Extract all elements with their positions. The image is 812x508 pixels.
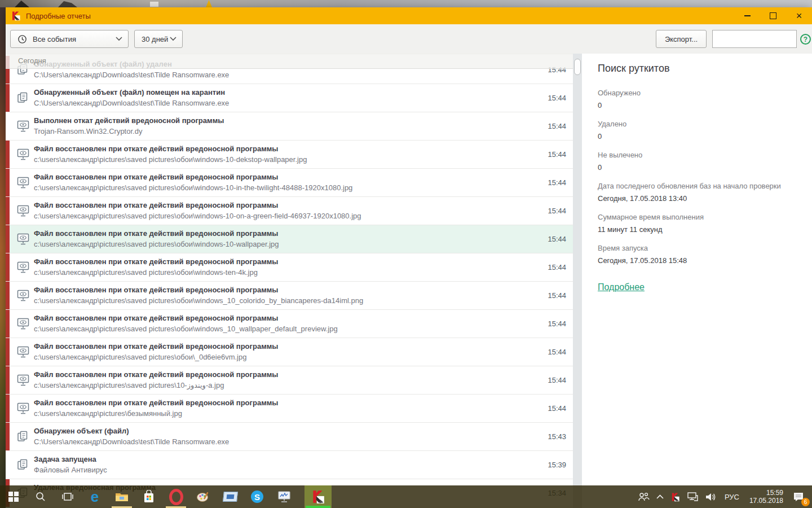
- taskbar-kaspersky-button[interactable]: [304, 485, 332, 508]
- export-button[interactable]: Экспорт...: [656, 30, 707, 48]
- report-row[interactable]: Файл восстановлен при откате действий вр…: [6, 366, 573, 395]
- wallpaper-yellow-marker: [206, 0, 212, 7]
- report-row[interactable]: Файл восстановлен при откате действий вр…: [6, 169, 573, 197]
- taskbar-skype-button[interactable]: S: [244, 485, 271, 508]
- report-row[interactable]: Файл восстановлен при откате действий вр…: [6, 395, 573, 423]
- taskbar-store-button[interactable]: [135, 485, 162, 508]
- title-bar: Подробные отчеты ×: [6, 7, 812, 24]
- report-row[interactable]: Файл восстановлен при откате действий вр…: [6, 253, 573, 282]
- event-title: Файл восстановлен при откате действий вр…: [34, 286, 278, 294]
- stat-not-disinfected: Не вылечено 0: [598, 150, 801, 173]
- report-file-icon: [16, 430, 29, 443]
- event-time: 15:44: [548, 122, 566, 130]
- event-time: 15:44: [548, 235, 566, 243]
- report-content: Обнаруженный объект (файл) удаленC:\User…: [6, 54, 812, 508]
- start-button[interactable]: [0, 485, 27, 508]
- event-time: 15:43: [548, 432, 566, 441]
- clock[interactable]: 15:59 17.05.2018: [744, 485, 788, 508]
- minimize-button[interactable]: [734, 7, 760, 24]
- photos-app-icon: [223, 492, 238, 502]
- opera-icon: [169, 489, 183, 505]
- tray-overflow-button[interactable]: [653, 485, 667, 508]
- wallpaper-mountain-peak: [58, 0, 77, 7]
- taskbar: e S: [0, 485, 812, 508]
- severity-bar: [6, 84, 10, 112]
- windows-logo-icon: [8, 492, 19, 502]
- stat-detected: Обнаружено 0: [598, 88, 801, 111]
- search-box[interactable]: [712, 30, 797, 48]
- report-row[interactable]: Файл восстановлен при откате действий вр…: [6, 338, 573, 366]
- report-row[interactable]: Обнаруженный объект (файл) помещен на ка…: [6, 84, 573, 112]
- event-title: Файл восстановлен при откате действий вр…: [34, 257, 278, 266]
- action-center-button[interactable]: 6: [788, 485, 812, 508]
- event-time: 15:44: [548, 291, 566, 300]
- taskbar-explorer-button[interactable]: [108, 485, 135, 508]
- taskbar-photos-app-button[interactable]: [217, 485, 244, 508]
- severity-bar: [6, 366, 10, 394]
- taskbar-edge-button[interactable]: e: [81, 485, 108, 508]
- scrollbar-thumb[interactable]: [574, 59, 581, 75]
- severity-bar: [6, 282, 10, 309]
- event-time: 15:44: [548, 319, 566, 328]
- event-time: 15:39: [548, 461, 566, 469]
- network-button[interactable]: [683, 485, 701, 508]
- report-row[interactable]: Файл восстановлен при откате действий вр…: [6, 225, 573, 253]
- details-link[interactable]: Подробнее: [598, 282, 645, 292]
- date-group-header: Сегодня: [6, 54, 573, 69]
- report-row[interactable]: Файл восстановлен при откате действий вр…: [6, 197, 573, 225]
- severity-bar: [6, 395, 10, 422]
- search-input[interactable]: [720, 34, 812, 44]
- volume-icon: [705, 492, 716, 502]
- report-file-icon: [16, 91, 29, 104]
- severity-bar: [6, 338, 10, 366]
- desktop-wallpaper-top: [0, 0, 812, 7]
- active-indicator: [306, 506, 330, 508]
- close-button[interactable]: ×: [786, 7, 812, 24]
- event-time: 15:44: [548, 207, 566, 215]
- severity-bar: [6, 423, 10, 450]
- taskbar-paint-button[interactable]: [189, 485, 217, 508]
- maximize-button[interactable]: [760, 7, 786, 24]
- report-row[interactable]: Файл восстановлен при откате действий вр…: [6, 141, 573, 169]
- language-indicator[interactable]: РУС: [720, 485, 744, 508]
- report-row[interactable]: Выполнен откат действий вредоносной прог…: [6, 112, 573, 141]
- event-time: 15:44: [548, 263, 566, 271]
- search-icon: [36, 492, 46, 502]
- report-row[interactable]: Файл восстановлен при откате действий вр…: [6, 310, 573, 338]
- report-row[interactable]: Задача запущенаФайловый Антивирус15:39: [6, 451, 573, 479]
- stat-start-time: Время запуска Сегодня, 17.05.2018 15:48: [598, 243, 801, 266]
- tray-kaspersky-button[interactable]: [667, 485, 683, 508]
- period-filter-dropdown[interactable]: 30 дней: [134, 30, 183, 48]
- volume-button[interactable]: [701, 485, 720, 508]
- event-title: Обнаруженный объект (файл) помещен на ка…: [34, 88, 225, 97]
- help-button[interactable]: ?: [800, 34, 811, 45]
- list-scrollbar[interactable]: [573, 54, 582, 508]
- stat-removed: Удалено 0: [598, 119, 801, 142]
- task-view-button[interactable]: [54, 485, 81, 508]
- period-filter-label: 30 дней: [142, 35, 168, 43]
- taskbar-opera-button[interactable]: [162, 485, 189, 508]
- desktop-wallpaper-left: [0, 7, 6, 508]
- maximize-icon: [770, 12, 776, 19]
- event-detail: c:\users\александр\pictures\saved pictur…: [34, 325, 338, 333]
- event-detail: Trojan-Ransom.Win32.Cryptor.dy: [34, 127, 142, 135]
- event-title: Выполнен откат действий вредоносной прог…: [34, 116, 224, 125]
- taskbar-search-button[interactable]: [27, 485, 54, 508]
- rollback-monitor-icon: [16, 233, 30, 246]
- report-file-icon: [16, 458, 29, 471]
- events-filter-dropdown[interactable]: Все события: [10, 30, 129, 48]
- report-row[interactable]: Файл восстановлен при откате действий вр…: [6, 282, 573, 310]
- event-time: 15:44: [548, 94, 566, 102]
- report-row[interactable]: Обнаружен объект (файл)C:\Users\александ…: [6, 423, 573, 451]
- event-detail: c:\users\александр\pictures\saved pictur…: [34, 353, 246, 361]
- paint-icon: [196, 491, 210, 503]
- rollback-monitor-icon: [16, 176, 30, 189]
- notification-badge: 6: [801, 498, 810, 506]
- chevron-up-icon: [656, 494, 664, 499]
- taskbar-monitor-app-button[interactable]: [271, 485, 298, 508]
- event-detail: c:\users\александр\pictures\saved pictur…: [34, 268, 258, 277]
- window-title: Подробные отчеты: [26, 12, 91, 20]
- people-button[interactable]: [634, 485, 653, 508]
- kaspersky-logo-icon: [11, 11, 21, 21]
- event-detail: c:\users\александр\pictures\saved pictur…: [34, 240, 279, 248]
